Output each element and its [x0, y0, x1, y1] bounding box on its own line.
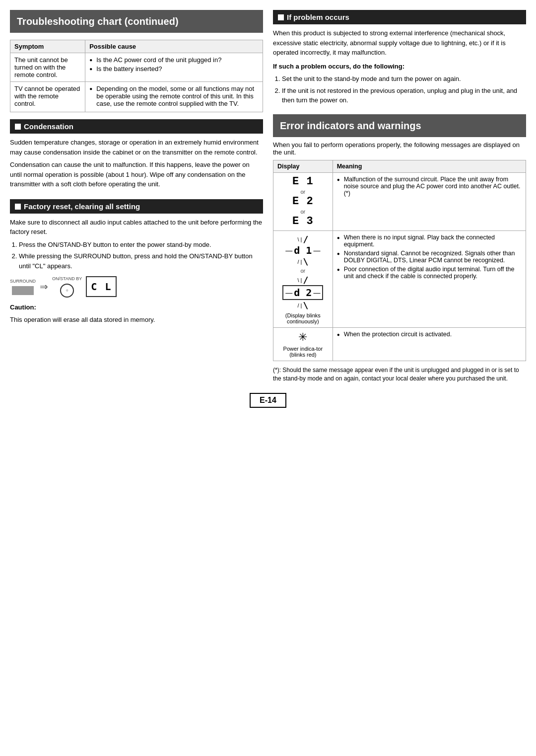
- list-item: Is the AC power cord of the unit plugged…: [89, 56, 259, 64]
- arrow-icon: ⇒: [40, 279, 48, 294]
- power-indicator: ✳ Power indica-tor (blinks red): [277, 331, 329, 358]
- surround-button-img: [12, 286, 34, 295]
- condensation-content: Sudden temperature changes, storage or o…: [10, 138, 263, 189]
- d2-ticks-bottom: / |\: [297, 300, 308, 310]
- lcd-or: or: [277, 189, 329, 195]
- list-item: Depending on the model, some or all func…: [89, 85, 259, 107]
- symptom-col-header: Symptom: [10, 40, 85, 53]
- factory-reset-header: Factory reset, clearing all setting: [10, 199, 263, 214]
- troubleshooting-table: Symptom Possible cause The unit cannot b…: [10, 40, 263, 112]
- d1-char-row: — d 1 —: [285, 244, 320, 256]
- list-item: When the protection circuit is activated…: [337, 331, 522, 338]
- right-column: If problem occurs When this product is s…: [273, 10, 526, 383]
- lcd-or: or: [277, 209, 329, 215]
- if-problem-steps: Set the unit to the stand-by mode and tu…: [273, 74, 526, 105]
- display-cell-power: ✳ Power indica-tor (blinks red): [273, 328, 333, 361]
- sun-icon: ✳: [298, 331, 307, 344]
- error-header: Error indicators and warnings: [273, 114, 526, 137]
- d2-display: \ |/ — d 2 — / |\: [277, 275, 329, 310]
- factory-reset-intro: Make sure to disconnect all audio input …: [10, 218, 263, 237]
- condensation-section: Condensation Sudden temperature changes,…: [10, 119, 263, 192]
- caution-label: Caution:: [10, 302, 263, 312]
- square-icon: [15, 124, 21, 130]
- condensation-para2: Condensation can cause the unit to malfu…: [10, 160, 263, 189]
- meaning-cell-power: When the protection circuit is activated…: [333, 328, 526, 361]
- if-problem-body: When this product is subjected to strong…: [273, 28, 526, 58]
- cause-cell: Is the AC power cord of the unit plugged…: [85, 53, 263, 82]
- error-footnote: (*): Should the same message appear even…: [273, 366, 526, 383]
- if-problem-content: When this product is subjected to strong…: [273, 28, 526, 105]
- meaning-cell-e: Malfunction of the surround circuit. Pla…: [333, 172, 526, 231]
- d1-display: \ |/ — d 1 — / |\: [277, 234, 329, 267]
- factory-reset-steps: Press the ON/STAND-BY button to enter th…: [10, 240, 263, 271]
- if-problem-bold: If such a problem occurs, do the followi…: [273, 62, 526, 72]
- meaning-cell-d: When there is no input signal. Play back…: [333, 231, 526, 328]
- cause-col-header: Possible cause: [85, 40, 263, 53]
- list-item: When there is no input signal. Play back…: [337, 234, 522, 248]
- table-row: ✳ Power indica-tor (blinks red) When the…: [273, 328, 526, 361]
- if-problem-section: If problem occurs When this product is s…: [273, 10, 526, 107]
- factory-reset-content: Make sure to disconnect all audio input …: [10, 218, 263, 325]
- display-cell-d: \ |/ — d 1 — / |\: [273, 231, 333, 328]
- d2-ticks: \ |/: [297, 275, 308, 285]
- cause-cell: Depending on the model, some or all func…: [85, 82, 263, 112]
- condensation-para1: Sudden temperature changes, storage or o…: [10, 138, 263, 157]
- display-col-header: Display: [273, 160, 333, 172]
- factory-step-2: While pressing the SURROUND button, pres…: [19, 251, 263, 271]
- caution-text: This operation will erase all data store…: [10, 315, 263, 325]
- list-item: Nonstandard signal. Cannot be recognized…: [337, 250, 522, 264]
- table-row: The unit cannot be turned on with the re…: [10, 53, 263, 82]
- if-problem-step-2: If the unit is not restored in the previ…: [282, 86, 526, 105]
- on-standby-button-img: ○: [60, 284, 74, 298]
- display-cell-e: E 1 or E 2 or E 3: [273, 172, 333, 231]
- error-table: Display Meaning E 1 or E 2 or E 3: [273, 160, 526, 362]
- list-item: Poor connection of the digital audio inp…: [337, 266, 522, 280]
- page-number-area: E-14: [10, 393, 526, 408]
- page-number-box: E-14: [250, 393, 286, 408]
- symptom-cell: TV cannot be operated with the remote co…: [10, 82, 85, 112]
- square-icon: [278, 14, 284, 20]
- lcd-e1: E 1: [277, 176, 329, 188]
- table-row: E 1 or E 2 or E 3 Malfunction of the sur…: [273, 172, 526, 231]
- surround-label: SURROUND: [10, 278, 36, 285]
- table-row: TV cannot be operated with the remote co…: [10, 82, 263, 112]
- blink-note: (Display blinks continuously): [277, 312, 329, 324]
- error-intro: When you fail to perform operations prop…: [273, 141, 526, 156]
- error-section: Error indicators and warnings When you f…: [273, 114, 526, 383]
- d1-ticks: \ |/: [297, 234, 308, 244]
- list-item: Is the battery inserted?: [89, 65, 259, 73]
- cl-display: C L: [86, 276, 117, 297]
- d1-ticks-bottom: / |\: [297, 256, 308, 267]
- table-row: \ |/ — d 1 — / |\: [273, 231, 526, 328]
- square-icon: [15, 204, 21, 210]
- button-illustration: SURROUND ⇒ ON/STAND BY ○ C L: [10, 276, 263, 298]
- meaning-col-header: Meaning: [333, 160, 526, 172]
- if-problem-header: If problem occurs: [273, 10, 526, 24]
- factory-step-1: Press the ON/STAND-BY button to enter th…: [19, 240, 263, 250]
- factory-reset-section: Factory reset, clearing all setting Make…: [10, 199, 263, 328]
- power-note: Power indica-tor (blinks red): [277, 346, 329, 358]
- symptom-cell: The unit cannot be turned on with the re…: [10, 53, 85, 82]
- on-standby-label: ON/STAND BY: [52, 276, 82, 283]
- lcd-or: or: [277, 268, 329, 274]
- troubleshooting-title: Troubleshooting chart (continued): [10, 10, 263, 33]
- list-item: Malfunction of the surround circuit. Pla…: [337, 176, 522, 197]
- lcd-e2: E 2: [277, 196, 329, 208]
- condensation-header: Condensation: [10, 119, 263, 134]
- if-problem-step-1: Set the unit to the stand-by mode and tu…: [282, 74, 526, 84]
- d2-char-row: — d 2 —: [282, 285, 323, 300]
- lcd-e3: E 3: [277, 216, 329, 227]
- left-column: Troubleshooting chart (continued) Sympto…: [10, 10, 263, 383]
